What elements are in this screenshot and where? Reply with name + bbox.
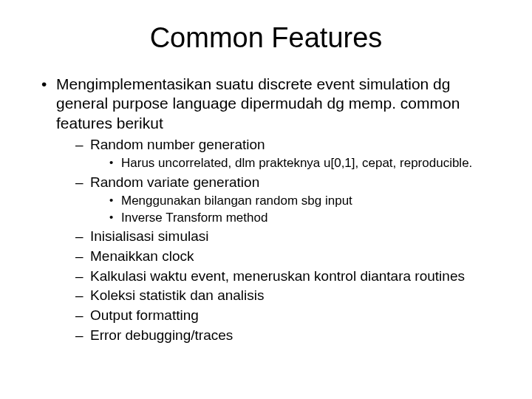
bullet-l2-item: Random number generation Harus uncorrela…: [75, 136, 502, 172]
bullet-l2-item: Inisialisasi simulasi: [75, 228, 502, 246]
bullet-l2-text: Output formatting: [90, 307, 199, 323]
bullet-list-level2: Random number generation Harus uncorrela…: [56, 136, 502, 345]
bullet-l2-item: Koleksi statistik dan analisis: [75, 287, 502, 305]
bullet-l2-text: Koleksi statistik dan analisis: [90, 287, 265, 303]
bullet-l2-item: Error debugging/traces: [75, 327, 502, 345]
bullet-l2-item: Kalkulasi waktu event, meneruskan kontro…: [75, 267, 502, 286]
bullet-l3-item: Menggunakan bilangan random sbg input: [109, 193, 502, 209]
bullet-l2-text: Inisialisasi simulasi: [90, 228, 209, 244]
bullet-list-level3: Harus uncorrelated, dlm prakteknya u[0,1…: [90, 155, 502, 171]
bullet-list-level3: Menggunakan bilangan random sbg input In…: [90, 193, 502, 226]
bullet-l3-text: Harus uncorrelated, dlm prakteknya u[0,1…: [121, 156, 472, 170]
bullet-l2-item: Output formatting: [75, 307, 502, 325]
bullet-l3-item: Inverse Transform method: [109, 210, 502, 226]
bullet-l2-item: Random variate generation Menggunakan bi…: [75, 174, 502, 227]
bullet-l3-text: Menggunakan bilangan random sbg input: [121, 194, 352, 208]
bullet-l3-text: Inverse Transform method: [121, 211, 267, 225]
bullet-l1-item: Mengimplementasikan suatu discrete event…: [41, 75, 502, 345]
bullet-l1-text: Mengimplementasikan suatu discrete event…: [56, 75, 460, 132]
slide-title: Common Features: [30, 22, 502, 54]
bullet-l2-text: Menaikkan clock: [90, 248, 194, 264]
bullet-l2-text: Random variate generation: [90, 174, 259, 190]
bullet-l2-item: Menaikkan clock: [75, 248, 502, 266]
bullet-l3-item: Harus uncorrelated, dlm prakteknya u[0,1…: [109, 155, 502, 171]
slide: Common Features Mengimplementasikan suat…: [0, 0, 532, 399]
bullet-l2-text: Random number generation: [90, 137, 265, 152]
bullet-l2-text: Kalkulasi waktu event, meneruskan kontro…: [90, 268, 465, 284]
bullet-l2-text: Error debugging/traces: [90, 327, 233, 343]
bullet-list-level1: Mengimplementasikan suatu discrete event…: [30, 75, 502, 345]
